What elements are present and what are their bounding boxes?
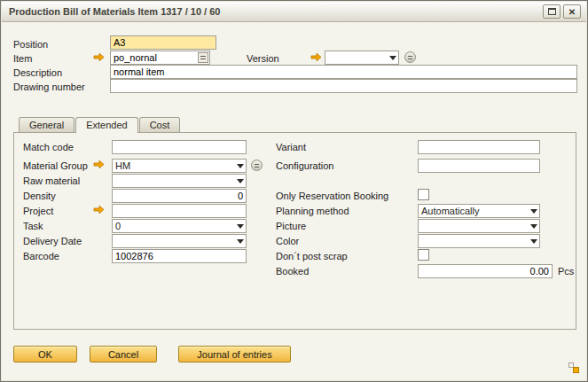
match-code-input[interactable]: [112, 140, 247, 154]
chevron-down-icon: [528, 235, 539, 247]
raw-material-label: Raw material: [23, 175, 80, 186]
variant-input[interactable]: [418, 140, 540, 154]
item-label: Item: [13, 53, 32, 64]
description-input[interactable]: [110, 65, 577, 79]
chevron-down-icon: [234, 235, 246, 247]
material-group-dropdown[interactable]: HM: [112, 159, 247, 173]
barcode-input[interactable]: [112, 249, 247, 263]
chevron-down-icon: [387, 51, 398, 64]
chevron-down-icon: [234, 175, 246, 187]
position-label: Position: [13, 39, 48, 50]
project-input[interactable]: [112, 204, 247, 218]
only-reservation-booking-label: Only Reservation Booking: [276, 191, 388, 201]
tab-bar: General Extended Cost: [19, 117, 181, 133]
match-code-label: Match code: [23, 142, 74, 152]
restore-icon: [548, 8, 556, 15]
planning-method-value: Automatically: [421, 206, 479, 216]
chevron-down-icon: [528, 205, 539, 217]
picture-label: Picture: [276, 221, 306, 231]
task-label: Task: [23, 221, 43, 231]
barcode-label: Barcode: [23, 251, 59, 261]
production-bom-window: Production Bill of Materials Item 1317 /…: [0, 0, 588, 382]
material-group-link-arrow-icon[interactable]: [93, 160, 105, 169]
tab-cost[interactable]: Cost: [139, 117, 181, 132]
cancel-button[interactable]: Cancel: [90, 346, 157, 363]
task-value: 0: [115, 221, 121, 231]
raw-material-dropdown[interactable]: [112, 174, 247, 188]
material-group-options-icon[interactable]: [251, 160, 263, 171]
choose-from-list-icon[interactable]: [198, 52, 208, 63]
dont-post-scrap-label: Don´t post scrap: [276, 251, 348, 261]
color-dropdown[interactable]: [418, 234, 540, 248]
material-group-label: Material Group: [23, 160, 88, 171]
version-label: Version: [247, 53, 279, 64]
title-bar[interactable]: Production Bill of Materials Item 1317 /…: [2, 2, 586, 22]
dont-post-scrap-checkbox[interactable]: [418, 249, 429, 261]
ok-button[interactable]: OK: [13, 346, 77, 363]
item-input[interactable]: [110, 51, 210, 65]
delivery-date-dropdown[interactable]: [112, 234, 247, 248]
window-title: Production Bill of Materials Item 1317 /…: [9, 6, 220, 17]
density-label: Density: [23, 191, 56, 201]
version-dropdown[interactable]: [325, 51, 399, 65]
item-link-arrow-icon[interactable]: [93, 52, 105, 62]
project-link-arrow-icon[interactable]: [93, 205, 105, 214]
close-button[interactable]: [563, 4, 581, 19]
booked-label: Booked: [276, 266, 309, 277]
drawing-number-label: Drawing number: [13, 82, 85, 92]
window-controls: [543, 4, 581, 19]
resize-grip-icon[interactable]: [567, 361, 581, 375]
variant-label: Variant: [276, 142, 306, 152]
tab-general[interactable]: General: [19, 117, 74, 132]
close-icon: [568, 6, 576, 17]
version-link-arrow-icon[interactable]: [310, 52, 322, 62]
tab-extended[interactable]: Extended: [75, 117, 137, 133]
restore-button[interactable]: [543, 4, 561, 19]
journal-of-entries-button[interactable]: Journal of entries: [178, 346, 291, 363]
version-options-icon[interactable]: [404, 51, 416, 63]
configuration-input[interactable]: [418, 159, 540, 173]
delivery-date-label: Delivery Date: [23, 236, 82, 246]
booked-input[interactable]: [418, 264, 553, 278]
drawing-number-input[interactable]: [110, 79, 577, 93]
density-input[interactable]: [112, 189, 247, 203]
planning-method-label: Planning method: [276, 206, 349, 216]
only-reservation-booking-checkbox[interactable]: [418, 189, 429, 200]
planning-method-dropdown[interactable]: Automatically: [418, 204, 540, 218]
material-group-value: HM: [115, 160, 130, 171]
chevron-down-icon: [234, 160, 246, 172]
configuration-label: Configuration: [276, 160, 333, 171]
color-label: Color: [276, 236, 299, 246]
task-dropdown[interactable]: 0: [112, 219, 247, 233]
description-label: Description: [13, 67, 62, 78]
booked-unit-label: Pcs: [558, 266, 574, 277]
picture-dropdown[interactable]: [418, 219, 540, 233]
chevron-down-icon: [234, 220, 246, 232]
position-input[interactable]: [110, 35, 216, 50]
project-label: Project: [23, 206, 53, 216]
chevron-down-icon: [528, 220, 539, 232]
